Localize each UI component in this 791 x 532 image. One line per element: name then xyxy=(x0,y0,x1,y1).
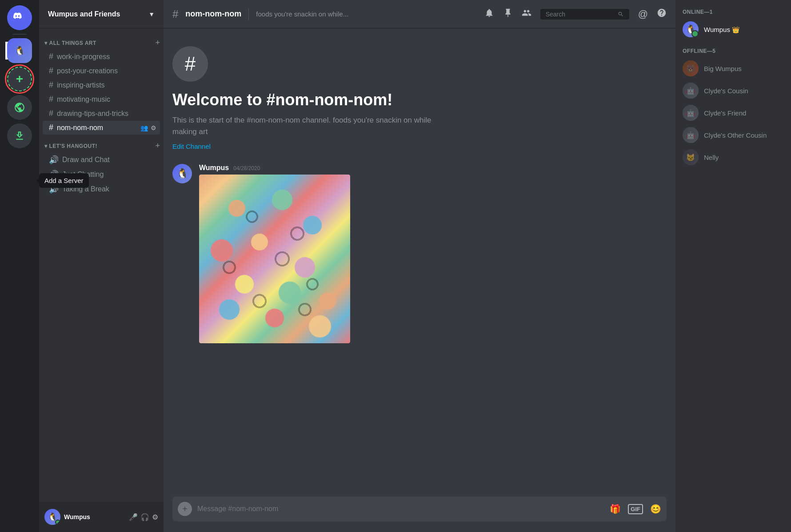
add-member-icon[interactable]: 👥 xyxy=(140,124,148,131)
headset-icon[interactable]: 🎧 xyxy=(140,513,149,521)
member-avatar-big-wumpus: 🐻 xyxy=(683,60,699,76)
edit-channel-link[interactable]: Edit Channel xyxy=(172,143,211,150)
category-lets-hangout[interactable]: ▾ LET'S HANGOUT! + xyxy=(39,135,164,152)
at-icon[interactable]: @ xyxy=(638,8,648,20)
server-icon-explore[interactable] xyxy=(7,95,32,120)
message-input-box: + 🎁 GIF 😊 xyxy=(172,496,667,521)
server-chevron-icon: ▼ xyxy=(148,11,155,18)
channel-inspiring-artists[interactable]: # inspiring-artists xyxy=(43,78,160,92)
server-title: Wumpus and Friends xyxy=(48,10,120,18)
hash-icon: # xyxy=(49,123,53,132)
channel-motivating-music[interactable]: # motivating-music xyxy=(43,92,160,106)
member-name-big-wumpus: Big Wumpus xyxy=(704,65,742,72)
offline-section-header: OFFLINE—5 xyxy=(679,48,787,54)
members-icon[interactable] xyxy=(522,8,531,20)
header-channel-topic: foods you're snackin on while... xyxy=(256,10,348,18)
server-icon-wumpus[interactable]: 🐧 xyxy=(7,38,32,63)
channel-welcome: # Welcome to #nom-nom-nom! This is the s… xyxy=(172,37,667,164)
gift-icon[interactable]: 🎁 xyxy=(610,504,621,514)
member-name-clydes-other-cousin: Clyde's Other Cousin xyxy=(704,131,767,139)
bell-icon[interactable] xyxy=(484,8,494,20)
header-hash-icon: # xyxy=(172,8,178,20)
member-item-big-wumpus[interactable]: 🐻 Big Wumpus xyxy=(679,58,787,79)
server-icon-add-server[interactable]: + xyxy=(7,67,32,91)
server-header[interactable]: Wumpus and Friends ▼ xyxy=(39,0,164,28)
search-input[interactable] xyxy=(546,11,614,18)
speaker-icon: 🔊 xyxy=(49,170,59,179)
channel-name: drawing-tips-and-tricks xyxy=(57,110,156,118)
server-icon-discord-home[interactable] xyxy=(7,5,32,30)
online-section-header: ONLINE—1 xyxy=(679,9,787,15)
channel-sidebar: Wumpus and Friends ▼ ▾ ALL THINGS ART + … xyxy=(39,0,164,532)
search-icon xyxy=(618,11,624,18)
pin-icon[interactable] xyxy=(503,8,513,20)
member-item-clydes-cousin[interactable]: 🤖 Clyde's Cousin xyxy=(679,80,787,101)
voice-channel-just-chatting[interactable]: 🔊 Just Chatting xyxy=(43,167,160,182)
channel-nom-nom-nom[interactable]: # nom-nom-nom 👥 ⚙ xyxy=(43,121,160,135)
channel-name: inspiring-artists xyxy=(57,81,156,89)
channel-name: motivating-music xyxy=(57,95,156,103)
channel-name: Draw and Chat xyxy=(62,156,156,164)
voice-channel-taking-a-break[interactable]: 🔊 Taking a Break xyxy=(43,182,160,196)
message-image[interactable] xyxy=(199,175,350,343)
search-box xyxy=(540,9,629,20)
member-name-nelly: Nelly xyxy=(704,154,719,161)
member-avatar-clydes-other-cousin: 🤖 xyxy=(683,127,699,143)
message-author-avatar: 🐧 xyxy=(172,164,192,183)
channel-actions: 👥 ⚙ xyxy=(140,124,156,131)
header-channel-name: nom-nom-nom xyxy=(185,9,241,19)
hash-icon: # xyxy=(49,52,53,61)
online-status-dot xyxy=(55,520,60,525)
mute-microphone-icon[interactable]: 🎤 xyxy=(129,513,138,521)
category-label-art: ▾ ALL THINGS ART xyxy=(44,40,96,46)
hash-icon: # xyxy=(49,66,53,75)
category-label-hangout: ▾ LET'S HANGOUT! xyxy=(44,143,97,149)
category-add-art[interactable]: + xyxy=(155,38,160,48)
crown-icon: 👑 xyxy=(732,26,739,33)
cereal-image xyxy=(199,175,350,343)
emoji-icon[interactable]: 😊 xyxy=(650,504,661,514)
channel-name: work-in-progress xyxy=(57,53,156,61)
channel-header: # nom-nom-nom foods you're snackin on wh… xyxy=(164,0,675,28)
message-author-name: Wumpus xyxy=(199,164,229,172)
chat-area: # Welcome to #nom-nom-nom! This is the s… xyxy=(164,28,675,496)
channel-post-your-creations[interactable]: # post-your-creations xyxy=(43,64,160,78)
message-input[interactable] xyxy=(197,505,604,513)
settings-icon[interactable]: ⚙ xyxy=(151,124,156,131)
member-avatar-clydes-cousin: 🤖 xyxy=(683,83,699,99)
user-avatar: 🐧 xyxy=(44,509,60,525)
server-wumpus-wrapper: 🐧 xyxy=(7,38,32,63)
channel-name: Taking a Break xyxy=(62,185,156,193)
channel-name: Just Chatting xyxy=(62,171,156,179)
channel-name: post-your-creations xyxy=(57,67,156,75)
category-all-things-art[interactable]: ▾ ALL THINGS ART + xyxy=(39,32,164,49)
voice-channel-draw-and-chat[interactable]: 🔊 Draw and Chat xyxy=(43,153,160,167)
member-item-clydes-other-cousin[interactable]: 🤖 Clyde's Other Cousin xyxy=(679,124,787,146)
message-content: Wumpus 04/28/2020 xyxy=(199,164,667,343)
member-avatar-nelly: 😼 xyxy=(683,149,699,165)
channel-drawing-tips[interactable]: # drawing-tips-and-tricks xyxy=(43,107,160,120)
server-discord-home-wrapper xyxy=(7,5,32,30)
hash-icon: # xyxy=(49,95,53,104)
input-add-button[interactable]: + xyxy=(178,502,192,516)
user-settings-icon[interactable]: ⚙ xyxy=(152,513,158,521)
server-sidebar: 🐧 + Add a Server xyxy=(0,0,39,532)
category-add-hangout[interactable]: + xyxy=(155,141,160,151)
member-avatar-wumpus: 🐧 xyxy=(683,21,699,37)
member-name-wumpus: Wumpus 👑 xyxy=(704,26,739,33)
message-header: Wumpus 04/28/2020 xyxy=(199,164,667,172)
channel-work-in-progress[interactable]: # work-in-progress xyxy=(43,50,160,64)
message-timestamp: 04/28/2020 xyxy=(233,165,260,171)
user-bar: 🐧 Wumpus 🎤 🎧 ⚙ xyxy=(39,502,164,532)
input-actions: 🎁 GIF 😊 xyxy=(610,504,661,514)
gif-button[interactable]: GIF xyxy=(628,504,643,514)
member-item-wumpus[interactable]: 🐧 Wumpus 👑 xyxy=(679,19,787,40)
message-input-area: + 🎁 GIF 😊 xyxy=(164,496,675,532)
help-icon[interactable] xyxy=(657,8,667,20)
hash-icon: # xyxy=(49,109,53,118)
speaker-icon: 🔊 xyxy=(49,184,59,194)
member-item-clydes-friend[interactable]: 🤖 Clyde's Friend xyxy=(679,102,787,123)
member-item-nelly[interactable]: 😼 Nelly xyxy=(679,147,787,168)
server-icon-download[interactable] xyxy=(7,123,32,148)
main-content: # nom-nom-nom foods you're snackin on wh… xyxy=(164,0,675,532)
